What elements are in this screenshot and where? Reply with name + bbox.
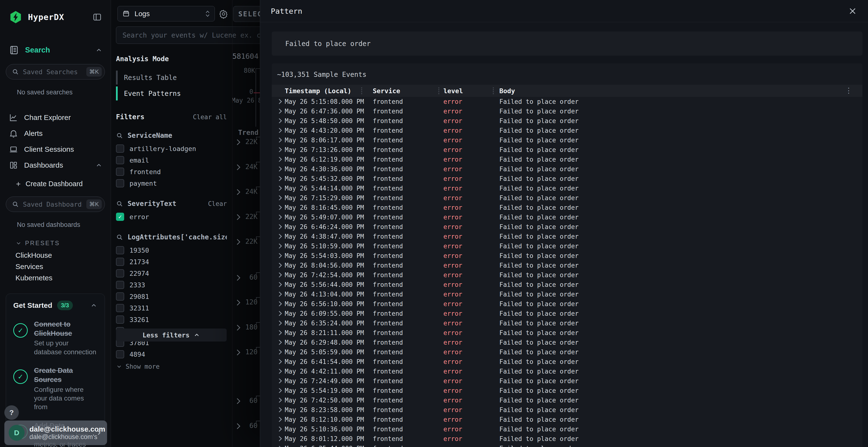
expand-chevron-icon[interactable] <box>277 436 282 441</box>
presets-toggle[interactable]: PRESETS <box>16 240 111 247</box>
event-row[interactable]: May 26 4:13:04.000 PMfrontenderrorFailed… <box>272 289 863 299</box>
event-row[interactable]: May 26 4:43:20.000 PMfrontenderrorFailed… <box>272 126 863 135</box>
expand-chevron-icon[interactable] <box>277 138 282 143</box>
saved-dashboards-input[interactable]: Saved Dashboards ⌘K <box>6 197 105 212</box>
pattern-row-preview[interactable]: 180 <box>232 322 260 337</box>
checkbox[interactable] <box>116 179 124 187</box>
expand-chevron-icon[interactable] <box>277 215 282 220</box>
filter-checkbox-row[interactable]: 29081 <box>116 291 227 302</box>
event-row[interactable]: May 26 6:25:44.000 PMfrontenderrorFailed… <box>272 444 863 447</box>
event-row[interactable]: May 26 8:06:17.000 PMfrontenderrorFailed… <box>272 135 863 145</box>
filter-checkbox-row[interactable]: 4894 <box>116 348 227 360</box>
tab-event-patterns[interactable]: Event Patterns <box>116 87 227 100</box>
expand-chevron-icon[interactable] <box>277 234 282 239</box>
event-row[interactable]: May 26 8:23:58.000 PMfrontenderrorFailed… <box>272 405 863 415</box>
event-row[interactable]: May 26 6:56:10.000 PMfrontenderrorFailed… <box>272 299 863 309</box>
expand-chevron-icon[interactable] <box>277 99 282 104</box>
event-row[interactable]: May 26 7:42:50.000 PMfrontenderrorFailed… <box>272 396 863 405</box>
event-row[interactable]: May 26 7:42:54.000 PMfrontenderrorFailed… <box>272 270 863 280</box>
event-row[interactable]: May 26 5:10:36.000 PMfrontenderrorFailed… <box>272 424 863 434</box>
less-filters-button[interactable]: Less filters <box>116 329 227 342</box>
filter-checkbox-row[interactable]: 22974 <box>116 268 227 279</box>
expand-chevron-icon[interactable] <box>235 189 240 195</box>
expand-chevron-icon[interactable] <box>277 340 282 345</box>
show-more-button[interactable]: Show more <box>116 363 227 370</box>
filter-checkbox-row[interactable]: 2333 <box>116 279 227 291</box>
event-row[interactable]: May 26 7:13:26.000 PMfrontenderrorFailed… <box>272 145 863 154</box>
checkbox[interactable] <box>116 269 124 277</box>
pattern-row-preview[interactable]: 60 <box>232 396 260 410</box>
event-row[interactable]: May 26 5:15:08.000 PMfrontenderrorFailed… <box>272 97 863 106</box>
checkbox[interactable] <box>116 156 124 164</box>
expand-chevron-icon[interactable] <box>277 147 282 152</box>
sidebar-item-client-sessions[interactable]: Client Sessions <box>0 141 111 157</box>
checkbox[interactable] <box>116 293 124 301</box>
event-row[interactable]: May 26 4:42:11.000 PMfrontenderrorFailed… <box>272 367 863 376</box>
get-started-item[interactable]: ✓ Create Data Sources Configure where yo… <box>13 366 97 412</box>
expand-chevron-icon[interactable] <box>277 109 282 114</box>
expand-chevron-icon[interactable] <box>277 157 282 162</box>
event-row[interactable]: May 26 8:21:11.000 PMfrontenderrorFailed… <box>272 328 863 338</box>
expand-chevron-icon[interactable] <box>277 166 282 171</box>
expand-chevron-icon[interactable] <box>277 186 282 191</box>
pattern-row-preview[interactable]: 120 <box>232 347 260 362</box>
expand-chevron-icon[interactable] <box>277 205 282 210</box>
checkbox[interactable] <box>116 350 124 358</box>
expand-chevron-icon[interactable] <box>277 176 282 181</box>
sidebar-collapse-icon[interactable] <box>92 12 102 22</box>
create-dashboard-button[interactable]: Create Dashboard <box>15 180 111 188</box>
filter-checkbox-row[interactable]: 19350 <box>116 244 227 256</box>
get-started-header[interactable]: Get Started 3/3 <box>13 301 97 310</box>
expand-chevron-icon[interactable] <box>277 417 282 422</box>
expand-chevron-icon[interactable] <box>277 446 282 447</box>
expand-chevron-icon[interactable] <box>277 359 282 364</box>
expand-chevron-icon[interactable] <box>277 272 282 277</box>
get-started-item[interactable]: ✓ Connect to ClickHouse Set up your data… <box>13 320 97 356</box>
event-row[interactable]: May 26 6:35:24.000 PMfrontenderrorFailed… <box>272 318 863 328</box>
event-row[interactable]: May 26 8:16:45.000 PMfrontenderrorFailed… <box>272 203 863 212</box>
expand-chevron-icon[interactable] <box>277 224 282 229</box>
event-row[interactable]: May 26 5:56:44.000 PMfrontenderrorFailed… <box>272 280 863 289</box>
expand-chevron-icon[interactable] <box>235 139 240 145</box>
checkbox[interactable] <box>116 168 124 176</box>
event-row[interactable]: May 26 6:12:19.000 PMfrontenderrorFailed… <box>272 154 863 164</box>
event-row[interactable]: May 26 5:54:19.000 PMfrontenderrorFailed… <box>272 386 863 396</box>
event-row[interactable]: May 26 5:49:07.000 PMfrontenderrorFailed… <box>272 212 863 222</box>
event-row[interactable]: May 26 8:12:10.000 PMfrontenderrorFailed… <box>272 415 863 424</box>
source-select[interactable]: Logs <box>117 6 215 22</box>
event-row[interactable]: May 26 4:38:47.000 PMfrontenderrorFailed… <box>272 232 863 241</box>
checkbox[interactable] <box>116 213 124 221</box>
expand-chevron-icon[interactable] <box>235 239 240 245</box>
sidebar-item-dashboards[interactable]: Dashboards <box>0 157 111 173</box>
expand-chevron-icon[interactable] <box>235 349 240 355</box>
event-row[interactable]: May 26 7:15:29.000 PMfrontenderrorFailed… <box>272 193 863 203</box>
expand-chevron-icon[interactable] <box>277 195 282 200</box>
event-row[interactable]: May 26 5:54:03.000 PMfrontenderrorFailed… <box>272 251 863 261</box>
close-icon[interactable] <box>847 6 858 16</box>
event-row[interactable]: May 26 5:45:32.000 PMfrontenderrorFailed… <box>272 174 863 183</box>
source-settings-gear-icon[interactable] <box>219 9 228 19</box>
checkbox[interactable] <box>116 246 124 254</box>
pattern-row-preview[interactable]: 60 <box>232 272 260 287</box>
expand-chevron-icon[interactable] <box>235 300 240 305</box>
expand-chevron-icon[interactable] <box>277 128 282 133</box>
expand-chevron-icon[interactable] <box>277 118 282 123</box>
pattern-row-preview[interactable]: 22K <box>232 137 260 151</box>
expand-chevron-icon[interactable] <box>235 398 240 404</box>
help-button[interactable]: ? <box>4 405 19 420</box>
checkbox[interactable] <box>116 144 124 153</box>
expand-chevron-icon[interactable] <box>277 378 282 383</box>
event-row[interactable]: May 26 6:41:54.000 PMfrontenderrorFailed… <box>272 357 863 367</box>
preset-clickhouse[interactable]: ClickHouse <box>16 249 111 261</box>
checkbox[interactable] <box>116 281 124 289</box>
expand-chevron-icon[interactable] <box>277 426 282 432</box>
event-row[interactable]: May 26 6:29:48.000 PMfrontenderrorFailed… <box>272 338 863 347</box>
filter-checkbox-row[interactable]: frontend <box>116 166 227 177</box>
filter-checkbox-row[interactable]: 32311 <box>116 302 227 314</box>
user-menu[interactable]: D dale@clickhouse.com dale@clickhouse.co… <box>4 420 107 445</box>
event-row[interactable]: May 26 8:04:56.000 PMfrontenderrorFailed… <box>272 261 863 270</box>
pattern-row-preview[interactable]: 22K <box>232 237 260 251</box>
column-resize-handle[interactable] <box>438 88 439 94</box>
expand-chevron-icon[interactable] <box>277 330 282 335</box>
expand-chevron-icon[interactable] <box>277 311 282 316</box>
